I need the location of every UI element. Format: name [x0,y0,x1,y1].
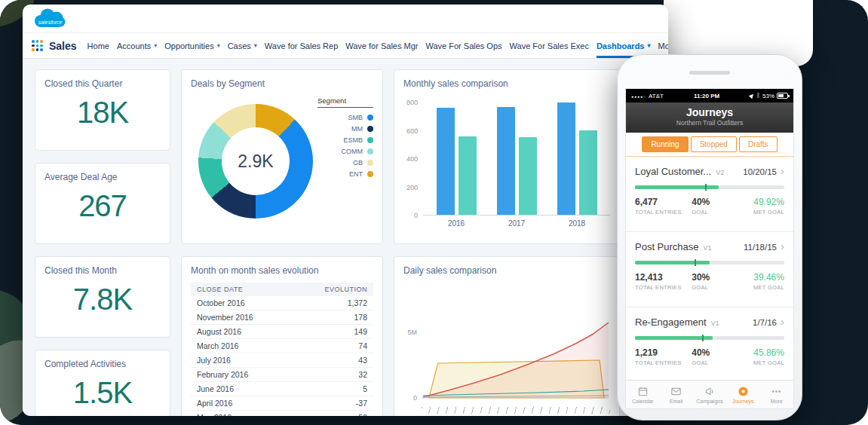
y-axis-labels: 800 600 400 200 0 [403,102,423,216]
journeys-header: Journeys Northern Trail Outfitters [626,102,793,133]
met-goal-value: 45.86% [731,347,784,358]
table-row[interactable]: November 2016178 [191,310,373,325]
table-row[interactable]: March 201674 [191,339,373,353]
donut-ring[interactable]: 2.9K [198,104,313,219]
bar-plot [423,102,610,216]
tabbar-label: More [771,399,783,404]
nav-item-wave-sales-mgr[interactable]: Wave for Sales Mgr [345,33,418,58]
journey-date: 1/7/16 [753,318,777,327]
kpi-card-average-deal-age: Average Deal Age 267 [35,163,170,244]
legend-label: SMB [348,114,363,121]
app-navigation: Sales Home Accounts Opportunities Cases … [23,33,668,59]
phone-speaker [689,71,730,75]
legend-item-gb[interactable]: GB [317,157,373,168]
table-row[interactable]: July 201643 [191,353,373,368]
tabbar-label: Calendar [632,399,653,404]
bar-2016-series2[interactable] [459,136,477,215]
tab-running[interactable]: Running [642,136,688,152]
nav-item-wave-sales-exec[interactable]: Wave For Sales Exec [510,33,589,58]
table-row[interactable]: February 201632 [191,368,373,382]
more-icon [771,386,782,397]
nav-items: Home Accounts Opportunities Cases Wave f… [87,33,668,58]
app-name: Sales [49,40,77,52]
legend-dot [367,126,373,132]
monthly-sales-card: Monthly sales comparison 800 600 400 200… [394,69,620,244]
bluetooth-icon: ᛒ [756,93,760,99]
legend-dot [367,115,373,121]
app-launcher-icon[interactable] [32,40,43,51]
goal-label: GOAL [692,209,730,216]
x-axis-labels: 2016 2017 2018 [423,216,610,228]
battery-percent: 53% [762,93,774,99]
kpi-card-closed-month: Closed this Month 7.8K [35,256,170,338]
journey-item-re-engagement[interactable]: Re-Engagement V1 1/7/16 1,219TOTAL ENTRI… [626,307,793,380]
legend-item-smb[interactable]: SMB [317,112,373,123]
kpi-value: 267 [44,182,161,235]
table-header: CLOSE DATE EVOLUTION [191,283,373,296]
nav-item-home[interactable]: Home [87,33,109,58]
legend-item-mm[interactable]: MM [317,123,373,134]
tabbar-item-calendar[interactable]: Calendar [626,381,659,408]
journey-title: Re-Engagement [635,316,707,328]
tabbar-item-journeys[interactable]: Journeys [726,381,759,408]
progress-fill [635,261,710,264]
bar-2017-series2[interactable] [519,137,537,215]
kpi-title: Closed this Month [44,265,161,276]
journey-item-loyal-customer[interactable]: Loyal Customer... V2 10/20/15 6,477TOTAL… [626,157,793,232]
nav-item-accounts[interactable]: Accounts [117,33,157,58]
x-axis-date-ticks [422,407,610,414]
total-entries-label: TOTAL ENTRIES [635,284,692,291]
total-entries-value: 6,477 [635,197,692,207]
journey-version: V1 [711,320,719,327]
page-subtitle: Northern Trail Outfitters [626,119,793,127]
bar-group-2016 [437,108,477,215]
table-title: Month on month sales evolution [191,265,373,276]
bottom-tab-bar: Calendar Email Campaigns Journeys More [626,380,793,408]
table-row[interactable]: April 2016-37 [191,396,373,411]
salesforce-logo-icon: salesforce [32,7,68,31]
total-entries-value: 1,219 [635,347,692,358]
journey-title: Loyal Customer... [635,166,711,177]
tab-stopped[interactable]: Stopped [691,136,737,152]
journey-date: 10/20/15 [743,167,777,176]
total-entries-value: 12,413 [635,272,692,283]
chart-title: Monthly sales comparison [403,78,610,89]
tabbar-item-more[interactable]: More [760,381,793,408]
clock: 11:20 PM [664,93,750,99]
page-title: Journeys [626,106,793,118]
journey-item-post-purchase[interactable]: Post Purchase V1 11/18/15 12,413TOTAL EN… [626,232,793,307]
salesforce-wordmark: salesforce [38,19,63,24]
legend-label: COMM [342,148,363,155]
legend-item-ent[interactable]: ENT [317,168,373,179]
phone-screen: AT&T 11:20 PM ᛒ 53% Journeys Northern Tr… [625,88,794,409]
bar-2018-series1[interactable] [557,102,575,215]
met-goal-value: 49.92% [731,197,784,207]
kpi-card-closed-quarter: Closed this Quarter 18K [35,69,170,151]
total-entries-label: TOTAL ENTRIES [635,209,692,216]
campaigns-icon [704,386,716,397]
table-row[interactable]: May 2016-59 [191,411,373,416]
email-icon [670,386,682,397]
legend-item-comm[interactable]: COMM [317,145,373,157]
tabbar-item-campaigns[interactable]: Campaigns [693,381,726,408]
journey-title: Post Purchase [635,241,699,252]
calendar-icon [637,386,649,397]
table-row[interactable]: June 20165 [191,382,373,396]
nav-item-wave-sales-rep[interactable]: Wave for Sales Rep [265,33,338,58]
journey-date: 11/18/15 [744,243,777,252]
nav-item-wave-sales-ops[interactable]: Wave For Sales Ops [425,33,501,58]
table-row[interactable]: August 2016149 [191,325,373,339]
table-row[interactable]: October 20161,372 [191,296,373,310]
legend-label: MM [351,125,363,133]
nav-item-cases[interactable]: Cases [228,33,257,58]
nav-item-opportunities[interactable]: Opportunities [164,33,219,58]
legend-label: ENT [349,170,363,178]
tabbar-label: Campaigns [696,399,722,404]
bar-2017-series1[interactable] [497,107,515,215]
legend-item-esmb[interactable]: ESMB [317,134,373,145]
bar-2016-series1[interactable] [437,108,455,215]
bar-2018-series2[interactable] [579,130,597,215]
tab-drafts[interactable]: Drafts [739,136,778,152]
tabbar-item-email[interactable]: Email [659,381,692,408]
legend-dot [367,160,373,166]
